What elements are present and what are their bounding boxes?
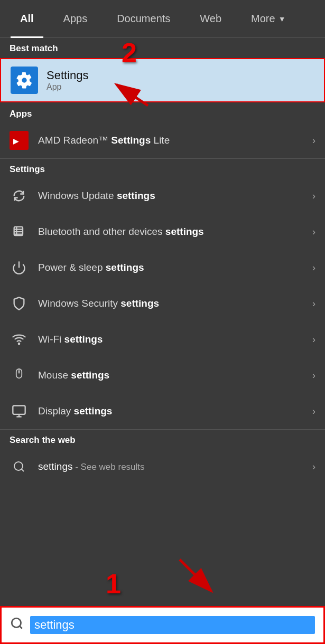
windows-update-text: Windows Update settings [38,190,312,202]
search-web-text: settings - See web results [38,461,312,472]
mouse-text: Mouse settings [38,370,312,381]
best-match-text: Settings App [47,69,89,92]
tab-all[interactable]: All [5,0,49,38]
bluetooth-text: Bluetooth and other devices settings [38,226,312,238]
power-icon [10,258,29,277]
update-icon [10,186,29,205]
search-input[interactable] [30,616,315,634]
wifi-icon [10,330,29,349]
best-match-subtitle: App [47,82,89,92]
settings-section-header: Settings [0,159,325,178]
best-match-title: Settings [47,69,89,82]
bluetooth-icon [10,222,29,241]
settings-app-icon [11,67,38,94]
amd-radeon-text: AMD Radeon™ Settings Lite [38,135,312,146]
bluetooth-item[interactable]: Bluetooth and other devices settings › [0,214,325,250]
svg-point-8 [18,343,20,344]
wifi-chevron-icon: › [312,334,315,345]
best-match-section-header: Best match [0,38,325,57]
display-chevron-icon: › [312,406,315,417]
windows-update-item[interactable]: Windows Update settings › [0,178,325,214]
svg-line-21 [180,560,211,591]
windows-update-chevron-icon: › [312,191,315,202]
windows-security-text: Windows Security settings [38,298,312,309]
windows-security-item[interactable]: Windows Security settings › [0,286,325,321]
web-search-chevron-icon: › [312,461,315,472]
search-bar-icon [10,617,24,634]
display-text: Display settings [38,405,312,417]
power-sleep-item[interactable]: Power & sleep settings › [0,250,325,286]
tabs-bar: All Apps Documents Web More ▼ [0,0,325,38]
web-search-icon [10,457,29,476]
best-match-item[interactable]: Settings App [0,58,325,102]
power-sleep-text: Power & sleep settings [38,262,312,273]
power-sleep-chevron-icon: › [312,262,315,273]
annotation-1: 1 [106,570,121,598]
tab-web[interactable]: Web [185,0,236,38]
chevron-down-icon: ▼ [278,15,286,23]
mouse-chevron-icon: › [312,370,315,381]
windows-security-chevron-icon: › [312,298,315,309]
svg-rect-12 [13,406,25,414]
shield-icon [10,294,29,313]
amd-chevron-icon: › [312,135,315,146]
wifi-item[interactable]: Wi-Fi settings › [0,321,325,357]
svg-point-15 [14,462,23,470]
svg-point-17 [12,618,21,627]
search-web-item[interactable]: settings - See web results › [0,449,325,485]
tab-apps-label: Apps [63,13,88,25]
annotation-1-label: 1 [106,570,121,598]
tab-more-label: More [251,13,275,25]
bluetooth-chevron-icon: › [312,226,315,238]
search-web-section-header: Search the web [0,430,325,449]
apps-section-header: Apps [0,103,325,122]
amd-radeon-item[interactable]: ▶ AMD Radeon™ Settings Lite › [0,122,325,158]
amd-icon: ▶ [10,131,29,150]
tab-documents[interactable]: Documents [102,0,185,38]
svg-line-16 [22,469,24,471]
search-bar [0,606,325,644]
tab-apps[interactable]: Apps [49,0,103,38]
mouse-item[interactable]: Mouse settings › [0,357,325,393]
display-icon [10,402,29,421]
svg-line-18 [20,626,22,629]
display-item[interactable]: Display settings › [0,393,325,429]
tab-all-label: All [20,13,34,25]
mouse-icon [10,366,29,385]
tab-documents-label: Documents [117,13,170,25]
tab-web-label: Web [200,13,221,25]
wifi-text: Wi-Fi settings [38,334,312,345]
tab-more[interactable]: More ▼ [236,0,300,38]
svg-text:▶: ▶ [13,138,19,145]
